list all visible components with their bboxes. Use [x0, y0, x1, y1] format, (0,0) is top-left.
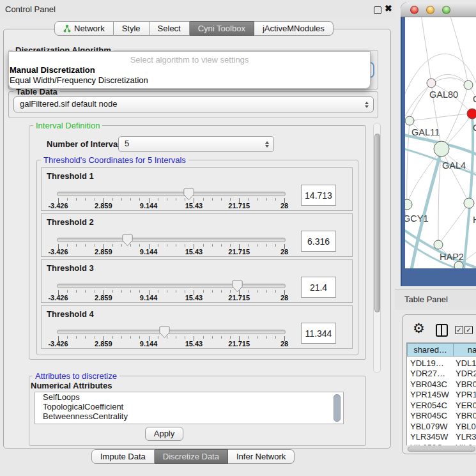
network-edge[interactable]: [410, 83, 431, 121]
tab-jactivemnodules[interactable]: jActiveMNodules: [254, 21, 334, 36]
threshold-slider-thumb[interactable]: [122, 234, 133, 249]
network-node-gcy1[interactable]: [405, 199, 412, 210]
tab-label: Discretize Data: [163, 450, 219, 463]
cell-name[interactable]: YLR3: [456, 432, 476, 443]
cell-shared-name[interactable]: YBL079W: [410, 422, 448, 433]
gear-icon[interactable]: ⚙: [413, 321, 425, 335]
tab-network[interactable]: Network: [54, 21, 114, 36]
table-hscrollbar-thumb[interactable]: [408, 447, 475, 452]
table-row[interactable]: YDL19…YDL1: [407, 358, 476, 369]
threshold-slider-thumb[interactable]: [232, 280, 243, 295]
network-edge[interactable]: [431, 74, 468, 85]
threshold-value-field[interactable]: 6.316: [301, 231, 336, 252]
cell-shared-name[interactable]: YDL19…: [410, 358, 444, 369]
network-edge[interactable]: [441, 149, 469, 203]
threshold-slider-track[interactable]: [57, 238, 286, 242]
slider-tick-label: 21.715: [228, 294, 250, 302]
cell-name[interactable]: YBR0: [456, 380, 476, 390]
threshold-slider-thumb[interactable]: [159, 326, 170, 341]
network-edge[interactable]: [421, 17, 431, 83]
network-edge[interactable]: [410, 114, 472, 121]
network-node[interactable]: [454, 261, 463, 268]
table-row[interactable]: YBR043CYBR0: [407, 380, 476, 390]
apply-button[interactable]: Apply: [145, 427, 183, 441]
network-node-gal11[interactable]: [405, 116, 414, 125]
cell-name[interactable]: YBL0: [456, 422, 476, 433]
network-edge[interactable]: [407, 121, 410, 204]
slider-tick: [257, 244, 258, 247]
cell-shared-name[interactable]: YDR27…: [410, 369, 445, 380]
slider-tick: [121, 198, 122, 201]
slider-tick: [185, 244, 185, 247]
threshold-value-field[interactable]: 21.4: [301, 277, 336, 298]
slider-tick: [139, 336, 140, 339]
table-row[interactable]: YBR045CYBR0: [407, 411, 476, 422]
tab-select[interactable]: Select: [150, 21, 190, 36]
tab-impute-data[interactable]: Impute Data: [91, 449, 155, 464]
checkbox-icon[interactable]: ✓: [455, 326, 463, 334]
network-edge[interactable]: [407, 149, 441, 204]
interval-definition-title: Interval Definition: [33, 121, 102, 130]
table-row[interactable]: YPR145WYPR1: [407, 390, 476, 401]
attribute-listbox[interactable]: SelfLoopsTopologicalCoefficientBetweenne…: [35, 392, 344, 424]
table-data-combo[interactable]: galFiltered.sif default node: [13, 96, 374, 112]
attribute-list-scrollbar[interactable]: [334, 394, 341, 422]
network-node-hap2[interactable]: [434, 240, 443, 249]
slider-tick: [221, 198, 222, 201]
cell-shared-name[interactable]: YLR345W: [410, 432, 448, 443]
tab-cyni-toolbox[interactable]: Cyni Toolbox: [190, 21, 254, 36]
columns-icon[interactable]: [436, 324, 448, 337]
attribute-list-item[interactable]: BetweennessCentrality: [35, 411, 343, 421]
table-row[interactable]: YDR27…YDR2: [407, 369, 476, 380]
cell-shared-name[interactable]: YBR043C: [410, 380, 447, 390]
cell-shared-name[interactable]: YBR045C: [410, 411, 447, 422]
threshold-slider-track[interactable]: [57, 284, 286, 288]
cell-name[interactable]: YBR0: [456, 411, 476, 422]
num-intervals-combo[interactable]: 5: [118, 136, 274, 152]
network-edge[interactable]: [438, 203, 469, 245]
cell-name[interactable]: YPR1: [456, 390, 476, 401]
cell-shared-name[interactable]: YPR145W: [410, 390, 449, 401]
table-row[interactable]: YER054CYER0: [407, 401, 476, 411]
close-traffic-light[interactable]: [410, 6, 418, 14]
slider-tick: [221, 336, 222, 339]
zoom-traffic-light[interactable]: [442, 6, 450, 14]
network-node-h[interactable]: [464, 198, 474, 208]
dropdown-item[interactable]: Equal Width/Frequency Discretization: [10, 75, 148, 85]
slider-tick: [275, 336, 276, 339]
tab-label: Style: [122, 22, 141, 35]
cell-name[interactable]: YER0: [456, 401, 476, 411]
network-node-c[interactable]: [467, 109, 476, 119]
checkbox-icon[interactable]: ✓: [464, 326, 473, 334]
table-row[interactable]: YBL079WYBL0: [407, 422, 476, 433]
slider-tick: [203, 198, 204, 201]
threshold-slider-track[interactable]: [57, 330, 286, 334]
column-header-shared-name[interactable]: shared…: [407, 343, 454, 357]
column-header-name[interactable]: na: [453, 343, 476, 357]
network-canvas[interactable]: GAL80GACGAL11GAL4GCY1HHAP2: [405, 17, 476, 268]
tab-label: jActiveMNodules: [263, 22, 325, 35]
tab-discretize-data[interactable]: Discretize Data: [155, 449, 228, 464]
dropdown-item[interactable]: Manual Discretization: [10, 65, 95, 75]
close-icon[interactable]: ✖: [385, 3, 392, 13]
float-window-icon[interactable]: [374, 6, 381, 14]
tab-infer-network[interactable]: Infer Network: [228, 449, 295, 464]
minimize-traffic-light[interactable]: [426, 6, 434, 14]
panel-scrollbar-thumb[interactable]: [374, 134, 380, 312]
table-row[interactable]: YLR345WYLR3: [407, 432, 476, 443]
network-edge-highlighted[interactable]: [464, 114, 473, 268]
threshold-panel: Threshold 1-3.4262.8599.14415.4321.71528…: [41, 167, 353, 211]
threshold-value-field[interactable]: 11.344: [301, 323, 336, 344]
threshold-slider-track[interactable]: [57, 192, 286, 196]
threshold-value-field[interactable]: 14.713: [301, 185, 336, 206]
attribute-list-item[interactable]: SelfLoops: [35, 392, 343, 402]
cell-shared-name[interactable]: YER054C: [410, 401, 447, 411]
threshold-slider-thumb[interactable]: [183, 188, 194, 203]
network-node-gal80[interactable]: [427, 79, 436, 88]
cell-name[interactable]: YDL1: [456, 358, 476, 369]
attribute-list-item[interactable]: TopologicalCoefficient: [35, 402, 343, 411]
network-node-gal4[interactable]: [434, 141, 449, 157]
tab-style[interactable]: Style: [114, 21, 150, 36]
network-node-ga[interactable]: [464, 81, 473, 89]
cell-name[interactable]: YDR2: [456, 369, 476, 380]
